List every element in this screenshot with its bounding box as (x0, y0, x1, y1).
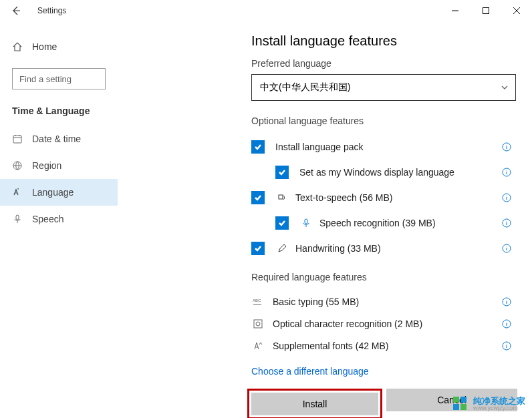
ocr-icon (251, 319, 265, 329)
svg-rect-16 (254, 320, 262, 328)
check-icon (277, 168, 287, 177)
optional-features-header: Optional language features (251, 116, 529, 126)
info-icon[interactable] (501, 192, 512, 203)
checkbox-handwriting[interactable] (251, 242, 265, 255)
watermark-url: www.ycwjzy.com (473, 405, 525, 411)
calendar-icon (12, 134, 23, 144)
selected-language-value: 中文(中华人民共和国) (260, 81, 350, 93)
svg-rect-23 (460, 404, 467, 410)
watermark: 纯净系统之家 www.ycwjzy.com (452, 395, 525, 413)
chevron-down-icon (501, 83, 509, 91)
info-icon[interactable] (501, 296, 512, 307)
feature-text-to-speech: Text-to-speech (56 MB) (251, 185, 516, 210)
required-label: Optical character recognition (2 MB) (273, 319, 422, 329)
minimize-icon (452, 7, 458, 14)
feature-speech-recognition: Speech recognition (39 MB) (251, 210, 516, 236)
checkbox-tts[interactable] (251, 191, 265, 204)
choose-different-language-link[interactable]: Choose a different language (251, 366, 369, 377)
sidebar: Home Find a setting Time & Language Date… (0, 21, 118, 418)
required-label: Supplemental fonts (42 MB) (273, 341, 389, 351)
nav-home[interactable]: Home (0, 35, 118, 59)
close-icon (513, 7, 520, 14)
preferred-language-label: Preferred language (251, 58, 529, 69)
svg-rect-9 (279, 195, 283, 199)
titlebar: Settings (0, 0, 532, 21)
checkbox-display-language[interactable] (275, 166, 289, 179)
info-icon[interactable] (501, 341, 512, 351)
svg-rect-21 (460, 397, 467, 403)
info-icon[interactable] (501, 218, 512, 228)
svg-rect-20 (453, 397, 459, 403)
back-arrow-icon (11, 5, 21, 16)
install-language-dialog: Install language features Preferred lang… (235, 21, 529, 418)
window-controls (440, 0, 532, 21)
microphone-icon (299, 218, 313, 228)
svg-rect-11 (305, 219, 307, 224)
check-icon (253, 193, 263, 202)
pen-icon (275, 243, 289, 254)
sidebar-item-label: Date & time (32, 134, 81, 144)
sidebar-item-language[interactable]: Language (0, 179, 118, 206)
sidebar-item-date-time[interactable]: Date & time (0, 126, 118, 152)
svg-text:ABC: ABC (253, 298, 261, 302)
minimize-button[interactable] (440, 0, 471, 21)
info-icon[interactable] (501, 319, 512, 329)
required-basic-typing: ABC Basic typing (55 MB) (251, 290, 516, 312)
preferred-language-select[interactable]: 中文(中华人民共和国) (251, 74, 516, 101)
nav-home-label: Home (32, 41, 57, 52)
check-icon (253, 244, 263, 253)
check-icon (277, 218, 287, 228)
install-highlight: Install (247, 389, 382, 418)
sidebar-item-speech[interactable]: Speech (0, 206, 118, 232)
required-fonts: Supplemental fonts (42 MB) (251, 335, 516, 357)
tts-icon (275, 192, 289, 203)
content-area: ⌄ rer will appear in this uage in the li… (118, 21, 532, 418)
dialog-title: Install language features (251, 21, 529, 49)
sidebar-item-region[interactable]: Region (0, 152, 118, 179)
maximize-button[interactable] (471, 0, 501, 21)
abc-icon: ABC (251, 296, 265, 307)
feature-label: Speech recognition (39 MB) (319, 218, 436, 228)
feature-label: Set as my Windows display language (299, 167, 454, 178)
install-button[interactable]: Install (251, 393, 378, 415)
sidebar-item-label: Language (32, 187, 74, 198)
font-icon (251, 341, 265, 351)
watermark-logo-icon (452, 395, 469, 413)
svg-rect-0 (483, 8, 489, 14)
info-icon[interactable] (501, 167, 512, 178)
check-icon (253, 142, 263, 152)
language-icon (12, 187, 23, 198)
search-placeholder: Find a setting (19, 74, 72, 84)
window-title: Settings (37, 6, 66, 15)
feature-label: Install language pack (275, 142, 364, 152)
checkbox-speech-rec[interactable] (275, 216, 289, 230)
info-icon[interactable] (501, 142, 512, 152)
close-button[interactable] (501, 0, 532, 21)
sidebar-section-title: Time & Language (0, 101, 118, 126)
feature-label: Text-to-speech (56 MB) (295, 192, 393, 203)
svg-rect-22 (453, 404, 459, 410)
svg-rect-3 (16, 215, 19, 220)
globe-icon (12, 160, 23, 171)
svg-rect-1 (13, 136, 21, 143)
feature-install-language-pack: Install language pack (251, 134, 516, 160)
feature-label: Handwriting (33 MB) (295, 243, 381, 254)
microphone-icon (12, 214, 23, 224)
info-icon[interactable] (501, 243, 512, 254)
search-input[interactable]: Find a setting (12, 68, 106, 89)
back-button[interactable] (0, 0, 32, 21)
feature-handwriting: Handwriting (33 MB) (251, 236, 516, 261)
sidebar-item-label: Speech (32, 214, 63, 224)
feature-display-language: Set as my Windows display language (251, 160, 516, 185)
maximize-icon (483, 7, 489, 14)
sidebar-item-label: Region (32, 160, 61, 171)
required-label: Basic typing (55 MB) (273, 296, 359, 307)
required-ocr: Optical character recognition (2 MB) (251, 312, 516, 335)
required-features-header: Required language features (251, 272, 529, 282)
svg-point-17 (256, 322, 260, 326)
checkbox-install-pack[interactable] (251, 140, 265, 154)
home-icon (12, 41, 23, 52)
